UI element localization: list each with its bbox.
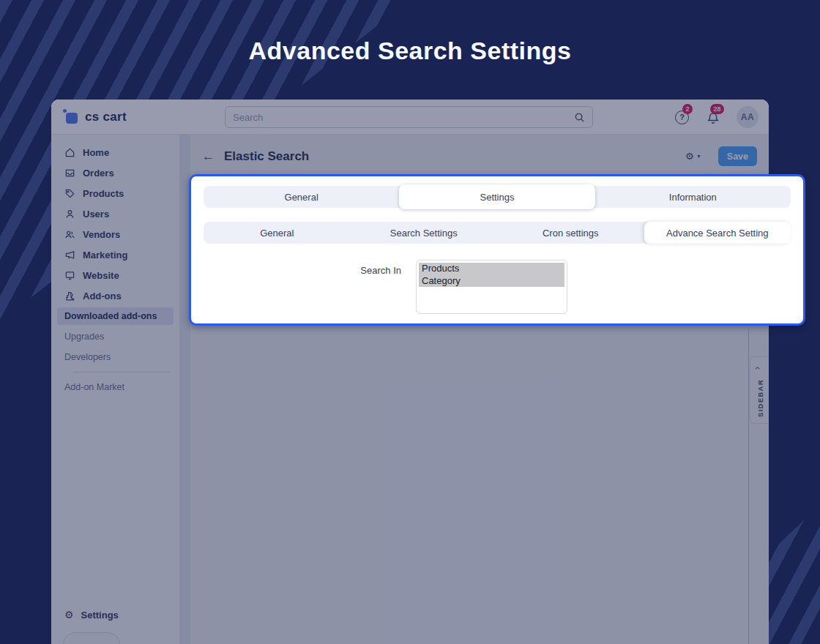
- search-in-label: Search In: [204, 260, 401, 314]
- subtab-cron-settings[interactable]: Cron settings: [497, 222, 644, 244]
- subtab-advance-search-setting[interactable]: Advance Search Setting: [644, 222, 791, 244]
- option-products[interactable]: Products: [419, 263, 564, 275]
- subtab-general[interactable]: General: [204, 222, 351, 244]
- option-category[interactable]: Category: [419, 275, 564, 288]
- subtab-search-settings[interactable]: Search Settings: [351, 222, 498, 244]
- highlighted-settings-panel: General Settings Information General Sea…: [189, 174, 805, 326]
- primary-tabs: General Settings Information: [204, 186, 791, 208]
- tab-settings[interactable]: Settings: [399, 184, 594, 209]
- secondary-tabs: General Search Settings Cron settings Ad…: [204, 222, 791, 244]
- tab-information[interactable]: Information: [595, 186, 791, 208]
- search-in-form-row: Search In Products Category: [204, 260, 791, 314]
- search-in-multiselect[interactable]: Products Category: [416, 260, 567, 314]
- tab-general[interactable]: General: [204, 186, 399, 208]
- page-title: Advanced Search Settings: [0, 37, 820, 65]
